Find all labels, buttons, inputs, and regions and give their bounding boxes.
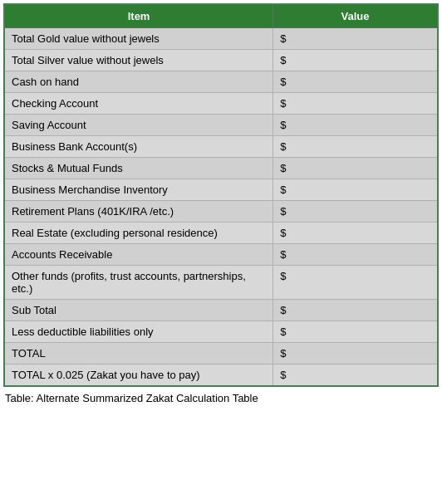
table-row: Real Estate (excluding personal residenc…: [4, 223, 438, 244]
table-caption: Table: Alternate Summarized Zakat Calcul…: [3, 392, 439, 404]
row-value: $: [273, 300, 438, 321]
table-row: Checking Account$: [4, 93, 438, 115]
header-item: Item: [4, 4, 273, 28]
table-row: TOTAL$: [4, 343, 438, 365]
row-item: Accounts Receivable: [4, 244, 273, 266]
table-row: Business Bank Account(s)$: [4, 136, 438, 158]
row-value: $: [273, 365, 438, 387]
table-container: Item Value Total Gold value without jewe…: [0, 0, 442, 408]
row-value: $: [273, 50, 438, 71]
row-item: Business Bank Account(s): [4, 136, 273, 158]
row-item: Real Estate (excluding personal residenc…: [4, 223, 273, 244]
row-item: Stocks & Mutual Funds: [4, 158, 273, 179]
table-row: Sub Total$: [4, 300, 438, 321]
row-item: Less deductible liabilities only: [4, 321, 273, 343]
row-value: $: [273, 28, 438, 50]
table-row: Total Silver value without jewels$: [4, 50, 438, 71]
row-item: Total Gold value without jewels: [4, 28, 273, 50]
row-item: Retirement Plans (401K/IRA /etc.): [4, 201, 273, 223]
table-row: Retirement Plans (401K/IRA /etc.)$: [4, 201, 438, 223]
row-value: $: [273, 223, 438, 244]
row-item: Other funds (profits, trust accounts, pa…: [4, 266, 273, 300]
row-value: $: [273, 71, 438, 93]
row-item: Business Merchandise Inventory: [4, 179, 273, 201]
table-row: Cash on hand$: [4, 71, 438, 93]
header-value: Value: [273, 4, 438, 28]
row-value: $: [273, 93, 438, 115]
row-value: $: [273, 115, 438, 136]
table-row: Saving Account$: [4, 115, 438, 136]
row-value: $: [273, 343, 438, 365]
row-item: Total Silver value without jewels: [4, 50, 273, 71]
row-item: Checking Account: [4, 93, 273, 115]
row-value: $: [273, 179, 438, 201]
table-row: Stocks & Mutual Funds$: [4, 158, 438, 179]
row-value: $: [273, 136, 438, 158]
table-row: TOTAL x 0.025 (Zakat you have to pay)$: [4, 365, 438, 387]
table-row: Business Merchandise Inventory$: [4, 179, 438, 201]
table-row: Other funds (profits, trust accounts, pa…: [4, 266, 438, 300]
table-row: Accounts Receivable$: [4, 244, 438, 266]
row-value: $: [273, 321, 438, 343]
zakat-table: Item Value Total Gold value without jewe…: [3, 3, 439, 387]
table-row: Total Gold value without jewels$: [4, 28, 438, 50]
caption-text: Alternate Summarized Zakat Calculation T…: [34, 392, 258, 404]
table-row: Less deductible liabilities only$: [4, 321, 438, 343]
caption-bold: Table:: [5, 392, 34, 404]
row-item: Sub Total: [4, 300, 273, 321]
row-value: $: [273, 158, 438, 179]
row-item: TOTAL x 0.025 (Zakat you have to pay): [4, 365, 273, 387]
row-value: $: [273, 266, 438, 300]
row-item: TOTAL: [4, 343, 273, 365]
row-item: Cash on hand: [4, 71, 273, 93]
row-value: $: [273, 244, 438, 266]
row-item: Saving Account: [4, 115, 273, 136]
row-value: $: [273, 201, 438, 223]
